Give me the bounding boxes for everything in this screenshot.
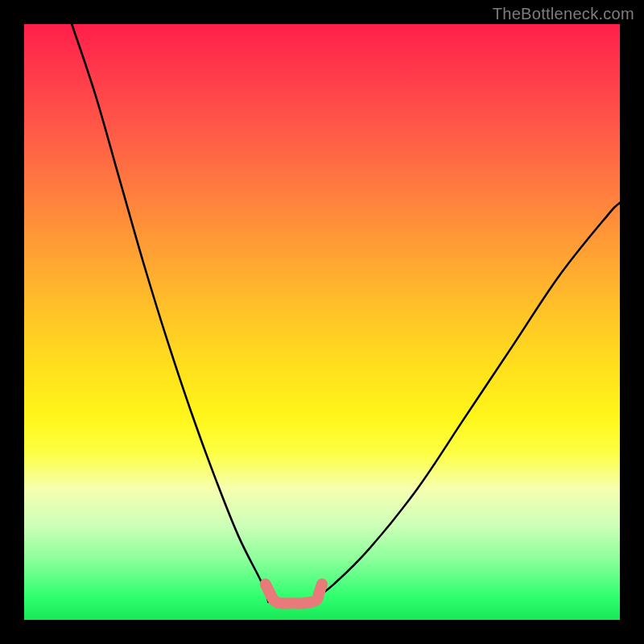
watermark-text: TheBottleneck.com xyxy=(493,5,634,23)
plot-area xyxy=(24,24,620,620)
chart-frame: TheBottleneck.com xyxy=(0,0,644,644)
valley-marker-curve xyxy=(266,584,322,604)
curve-layer xyxy=(24,24,620,620)
right-branch-curve xyxy=(310,203,620,602)
left-branch-curve xyxy=(72,24,268,602)
